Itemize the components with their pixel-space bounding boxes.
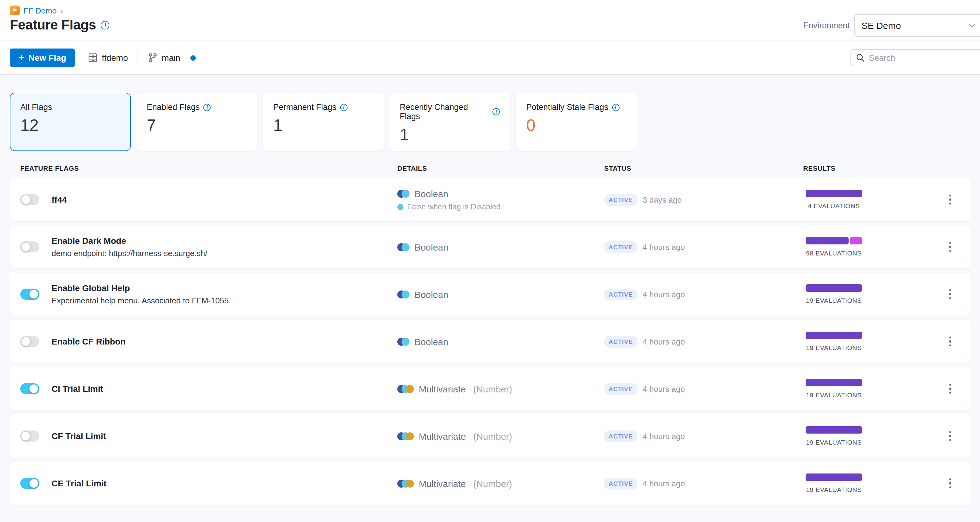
- filter-card[interactable]: Permanent Flags i 1: [263, 93, 384, 151]
- breadcrumb[interactable]: ⚑ FF Demo ›: [10, 6, 63, 15]
- search-box[interactable]: [850, 49, 980, 66]
- info-icon[interactable]: i: [340, 103, 348, 111]
- info-icon[interactable]: i: [204, 103, 211, 111]
- filter-card[interactable]: All Flags 12: [10, 93, 131, 151]
- row-menu-button[interactable]: [947, 240, 954, 255]
- filter-card-label: Enabled Flags: [147, 103, 200, 112]
- evaluations-count: 19 EVALUATIONS: [806, 344, 862, 351]
- last-updated: 4 hours ago: [643, 337, 685, 346]
- branch-name: main: [162, 53, 181, 63]
- flag-name[interactable]: CI Trial Limit: [52, 384, 103, 394]
- evaluations-count: 98 EVALUATIONS: [806, 249, 862, 257]
- flag-toggle[interactable]: [20, 478, 39, 489]
- flag-table-body: ff44 Boolean False when flag is Disabled…: [10, 178, 971, 505]
- filter-card-count: 12: [20, 116, 120, 135]
- flag-name[interactable]: Enable CF Ribbon: [52, 337, 126, 346]
- feature-flags-logo-icon: ⚑: [10, 6, 20, 15]
- flag-type-icon: [397, 290, 410, 298]
- flag-toggle[interactable]: [20, 241, 39, 252]
- flag-type-detail: (Number): [473, 384, 512, 394]
- filter-card[interactable]: Potentially Stale Flags i 0: [516, 93, 637, 151]
- flag-note-text: False when flag is Disabled: [407, 202, 500, 211]
- content-area: All Flags 12 Enabled Flags i 7 Permanent…: [0, 75, 980, 522]
- filter-card-count: 1: [400, 125, 500, 144]
- info-icon[interactable]: i: [101, 21, 110, 29]
- evaluations-count: 19 EVALUATIONS: [806, 438, 862, 446]
- branch-status-dot: [190, 55, 196, 60]
- breadcrumb-project-link[interactable]: FF Demo: [23, 6, 56, 15]
- row-menu-button[interactable]: [947, 476, 954, 491]
- branch-chip[interactable]: main: [148, 53, 196, 63]
- search-input[interactable]: [869, 53, 980, 62]
- flag-type: Multivariate: [419, 384, 466, 394]
- flag-table-row[interactable]: Enable Global Help Experimental help men…: [10, 273, 971, 316]
- git-branch-icon: [148, 53, 158, 63]
- flag-type: Multivariate: [419, 478, 466, 489]
- last-updated: 4 hours ago: [643, 290, 685, 299]
- variation-dot-icon: [397, 204, 403, 210]
- row-menu-button[interactable]: [947, 334, 954, 349]
- filter-card-count: 7: [147, 116, 247, 135]
- flag-name[interactable]: Enable Global Help: [52, 283, 231, 293]
- flag-type: Multivariate: [419, 431, 466, 441]
- status-badge: ACTIVE: [604, 430, 637, 442]
- evaluations-count: 19 EVALUATIONS: [806, 486, 862, 493]
- row-menu-button[interactable]: [947, 429, 954, 444]
- flag-table-row[interactable]: CF Trial Limit Multivariate (Number) ACT…: [10, 415, 971, 458]
- filter-card[interactable]: Recently Changed Flags i 1: [389, 93, 510, 151]
- last-updated: 4 hours ago: [643, 479, 685, 488]
- flag-table-row[interactable]: CI Trial Limit Multivariate (Number) ACT…: [10, 367, 971, 410]
- evaluations-bar: [806, 426, 862, 434]
- flag-toggle[interactable]: [20, 383, 39, 394]
- flag-type-detail: (Number): [473, 431, 512, 441]
- flag-type-detail: (Number): [473, 478, 512, 489]
- evaluations-bar: [806, 190, 862, 197]
- flag-type-icon: [397, 479, 414, 487]
- flag-toggle[interactable]: [20, 430, 39, 442]
- flag-name[interactable]: CF Trial Limit: [52, 431, 106, 441]
- flag-toggle[interactable]: [20, 289, 39, 300]
- row-menu-button[interactable]: [947, 381, 954, 396]
- repository-chip[interactable]: ffdemo: [88, 53, 128, 63]
- column-header-status: STATUS: [594, 165, 797, 172]
- environment-select[interactable]: SE Demo: [854, 14, 980, 37]
- flag-table-row[interactable]: Enable CF Ribbon Boolean ACTIVE 4 hours …: [10, 320, 971, 363]
- info-icon[interactable]: i: [612, 103, 619, 111]
- divider: [138, 50, 138, 65]
- flag-description: demo endpoint: https://harness-se.surge.…: [52, 249, 207, 258]
- flag-type: Boolean: [414, 188, 448, 199]
- plus-icon: +: [18, 53, 24, 63]
- status-badge: ACTIVE: [604, 383, 637, 395]
- toggle-knob: [29, 478, 39, 488]
- filter-card[interactable]: Enabled Flags i 7: [136, 93, 257, 151]
- repository-icon: [88, 53, 98, 63]
- new-flag-button[interactable]: + New Flag: [10, 49, 75, 67]
- toggle-knob: [21, 242, 31, 252]
- repository-name: ffdemo: [102, 53, 128, 63]
- toggle-knob: [29, 289, 39, 299]
- flag-toggle[interactable]: [20, 336, 39, 347]
- flag-type: Boolean: [414, 242, 448, 252]
- filter-card-label: All Flags: [20, 103, 52, 112]
- flag-name[interactable]: Enable Dark Mode: [52, 236, 207, 246]
- chevron-down-icon: [968, 23, 976, 28]
- status-badge: ACTIVE: [604, 336, 637, 347]
- flag-name[interactable]: CE Trial Limit: [52, 478, 107, 488]
- flag-table-row[interactable]: CE Trial Limit Multivariate (Number) ACT…: [10, 462, 971, 505]
- column-header-results: RESULTS: [797, 165, 865, 172]
- flag-type-icon: [397, 432, 414, 440]
- info-icon[interactable]: i: [492, 108, 500, 115]
- column-header-feature-flags: FEATURE FLAGS: [10, 165, 387, 172]
- row-menu-button[interactable]: [947, 287, 954, 302]
- toggle-knob: [21, 431, 31, 441]
- flag-toggle[interactable]: [20, 194, 39, 205]
- last-updated: 3 days ago: [643, 195, 682, 204]
- flag-type: Boolean: [414, 336, 448, 347]
- row-menu-button[interactable]: [947, 192, 954, 207]
- flag-table-row[interactable]: ff44 Boolean False when flag is Disabled…: [10, 178, 971, 221]
- flag-table-row[interactable]: Enable Dark Mode demo endpoint: https://…: [10, 225, 971, 268]
- flag-default-note: False when flag is Disabled: [397, 202, 500, 211]
- toggle-knob: [29, 384, 39, 394]
- evaluations-bar: [806, 237, 862, 244]
- flag-name[interactable]: ff44: [52, 195, 67, 205]
